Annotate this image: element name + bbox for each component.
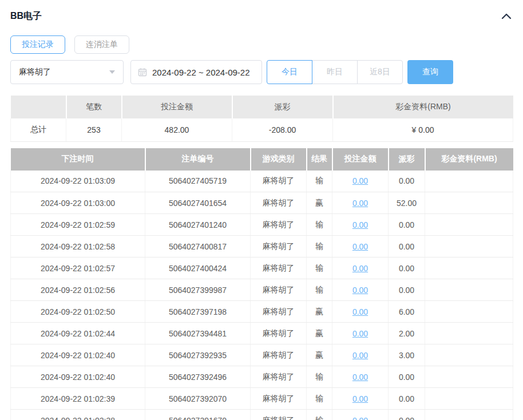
table-row: 2024-09-22 01:02:56 5064027399987 麻将胡了 输… <box>11 279 513 301</box>
bet-id-cell: 5064027400424 <box>145 257 251 279</box>
bet-amount-cell: 0.00 <box>332 344 389 366</box>
summary-header-blank <box>11 96 66 118</box>
bet-time-cell: 2024-09-22 01:02:59 <box>11 214 145 236</box>
result-cell: 输 <box>307 257 332 279</box>
date-range-value: 2024-09-22 ~ 2024-09-22 <box>152 68 250 77</box>
game-type-cell: 麻将胡了 <box>251 257 307 279</box>
game-select-value: 麻将胡了 <box>19 67 51 77</box>
bet-amount-link[interactable]: 0.00 <box>352 220 368 229</box>
payout-cell: 0.00 <box>389 214 425 236</box>
payout-cell: 6.00 <box>389 301 425 323</box>
summary-header-bet-amount: 投注金额 <box>122 96 232 118</box>
bet-amount-link[interactable]: 0.00 <box>352 416 368 420</box>
tab-bar: 投注记录 连消注单 <box>10 35 513 54</box>
header-bet-time: 下注时间 <box>11 148 145 171</box>
bonus-cell <box>425 279 513 301</box>
table-row: 2024-09-22 01:02:38 5064027391670 麻将胡了 输… <box>11 410 513 420</box>
bet-time-cell: 2024-09-22 01:02:58 <box>11 236 145 257</box>
bet-amount-cell: 0.00 <box>332 257 389 279</box>
result-cell: 输 <box>307 366 332 388</box>
table-row: 2024-09-22 01:03:00 5064027401654 麻将胡了 赢… <box>11 192 513 214</box>
bet-id-cell: 5064027392070 <box>145 388 251 410</box>
bb-electronics-panel: BB电子 投注记录 连消注单 麻将胡了 2024-09-22 ~ 2024-09… <box>0 9 523 420</box>
bet-amount-link[interactable]: 0.00 <box>352 199 368 208</box>
game-type-cell: 麻将胡了 <box>251 323 307 344</box>
bet-amount-link[interactable]: 0.00 <box>352 351 368 360</box>
header-bonus: 彩金资料(RMB) <box>425 148 513 171</box>
result-cell: 输 <box>307 171 332 192</box>
collapse-button[interactable] <box>500 12 513 21</box>
bet-time-cell: 2024-09-22 01:02:40 <box>11 344 145 366</box>
tab-bet-records[interactable]: 投注记录 <box>10 35 65 54</box>
today-button[interactable]: 今日 <box>267 60 312 84</box>
table-row: 2024-09-22 01:02:57 5064027400424 麻将胡了 输… <box>11 257 513 279</box>
summary-total-row: 总计 253 482.00 -208.00 ¥ 0.00 <box>11 118 513 141</box>
game-type-cell: 麻将胡了 <box>251 410 307 420</box>
summary-table: 笔数 投注金额 派彩 彩金资料(RMB) 总计 253 482.00 -208.… <box>10 96 513 142</box>
bet-amount-cell: 0.00 <box>332 366 389 388</box>
game-type-cell: 麻将胡了 <box>251 236 307 257</box>
panel-header: BB电子 <box>10 9 513 23</box>
result-cell: 赢 <box>307 192 332 214</box>
detail-table-body: 2024-09-22 01:03:09 5064027405719 麻将胡了 输… <box>11 171 513 420</box>
bet-amount-cell: 0.00 <box>332 214 389 236</box>
bet-amount-link[interactable]: 0.00 <box>352 373 368 382</box>
bet-amount-link[interactable]: 0.00 <box>352 286 368 295</box>
summary-total-payout: -208.00 <box>232 118 333 141</box>
bet-amount-cell: 0.00 <box>332 171 389 192</box>
bet-amount-link[interactable]: 0.00 <box>352 329 368 338</box>
payout-cell: 0.00 <box>389 410 425 420</box>
result-cell: 输 <box>307 236 332 257</box>
header-game-type: 游戏类别 <box>251 148 307 171</box>
payout-cell: 0.00 <box>389 366 425 388</box>
bet-amount-link[interactable]: 0.00 <box>352 394 368 403</box>
summary-header-count: 笔数 <box>66 96 122 118</box>
table-row: 2024-09-22 01:03:09 5064027405719 麻将胡了 输… <box>11 171 513 192</box>
yesterday-button[interactable]: 昨日 <box>312 60 358 84</box>
game-type-cell: 麻将胡了 <box>251 301 307 323</box>
search-button[interactable]: 查询 <box>407 60 453 84</box>
last-8-days-button[interactable]: 近8日 <box>357 60 403 84</box>
bet-id-cell: 5064027400817 <box>145 236 251 257</box>
bonus-cell <box>425 214 513 236</box>
summary-total-count: 253 <box>66 118 122 141</box>
header-result: 结果 <box>307 148 332 171</box>
bet-id-cell: 5064027399987 <box>145 279 251 301</box>
payout-cell: 0.00 <box>389 171 425 192</box>
table-row: 2024-09-22 01:02:39 5064027392070 麻将胡了 输… <box>11 388 513 410</box>
header-bet-id: 注单编号 <box>145 148 251 171</box>
result-cell: 输 <box>307 388 332 410</box>
bet-time-cell: 2024-09-22 01:02:40 <box>11 366 145 388</box>
bet-id-cell: 5064027394481 <box>145 323 251 344</box>
detail-table: 下注时间 注单编号 游戏类别 结果 投注金额 派彩 彩金资料(RMB) 2024… <box>10 148 513 420</box>
summary-header-row: 笔数 投注金额 派彩 彩金资料(RMB) <box>11 96 513 118</box>
bonus-cell <box>425 323 513 344</box>
summary-total-bet-amount: 482.00 <box>122 118 232 141</box>
bonus-cell <box>425 171 513 192</box>
table-row: 2024-09-22 01:02:40 5064027392496 麻将胡了 输… <box>11 366 513 388</box>
game-type-cell: 麻将胡了 <box>251 192 307 214</box>
game-type-cell: 麻将胡了 <box>251 344 307 366</box>
bet-amount-cell: 0.00 <box>332 192 389 214</box>
bet-id-cell: 5064027392496 <box>145 366 251 388</box>
bonus-cell <box>425 410 513 420</box>
bet-time-cell: 2024-09-22 01:03:00 <box>11 192 145 214</box>
date-range-input[interactable]: 2024-09-22 ~ 2024-09-22 <box>130 60 262 84</box>
tab-cancelled-orders[interactable]: 连消注单 <box>74 35 129 54</box>
result-cell: 赢 <box>307 344 332 366</box>
table-row: 2024-09-22 01:02:58 5064027400817 麻将胡了 输… <box>11 236 513 257</box>
bet-amount-link[interactable]: 0.00 <box>352 264 368 273</box>
payout-cell: 0.00 <box>389 388 425 410</box>
bet-amount-cell: 0.00 <box>332 410 389 420</box>
bonus-cell <box>425 366 513 388</box>
detail-header-row: 下注时间 注单编号 游戏类别 结果 投注金额 派彩 彩金资料(RMB) <box>11 148 513 171</box>
bet-amount-link[interactable]: 0.00 <box>352 307 368 316</box>
calendar-icon <box>138 68 147 77</box>
bet-amount-link[interactable]: 0.00 <box>352 242 368 251</box>
bonus-cell <box>425 236 513 257</box>
game-select[interactable]: 麻将胡了 <box>10 60 124 84</box>
game-type-cell: 麻将胡了 <box>251 279 307 301</box>
bet-amount-link[interactable]: 0.00 <box>352 176 368 185</box>
bet-amount-cell: 0.00 <box>332 323 389 344</box>
result-cell: 赢 <box>307 323 332 344</box>
